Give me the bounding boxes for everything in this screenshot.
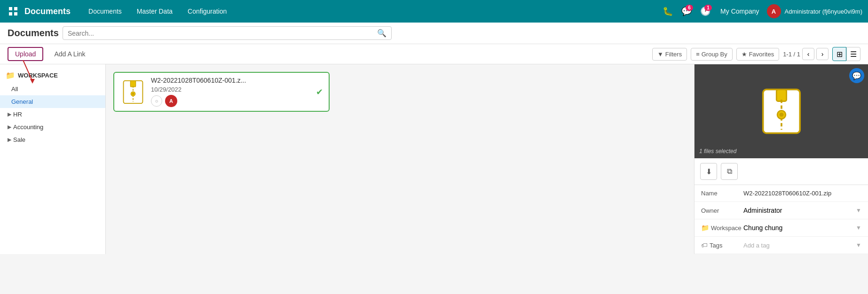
favorites-label: Favorites xyxy=(749,51,774,58)
accounting-label: Accounting xyxy=(13,124,43,131)
file-owner-avatar[interactable]: A xyxy=(165,95,177,107)
svg-rect-0 xyxy=(9,7,12,10)
file-info: W2-20221028T060610Z-001.z... 10/29/2022 … xyxy=(146,77,316,107)
download-button[interactable]: ⬇ xyxy=(700,163,717,180)
toolbar-left: Documents xyxy=(8,28,59,39)
favorites-button[interactable]: ★ Favorites xyxy=(736,48,779,61)
user-avatar[interactable]: A xyxy=(767,4,781,18)
add-link-button[interactable]: Add A Link xyxy=(47,47,92,61)
main-content: W2-20221028T060610Z-001.z... 10/29/2022 … xyxy=(106,64,694,254)
view-toggle: ⊞ ☰ xyxy=(832,47,860,61)
svg-rect-2 xyxy=(9,12,12,15)
sidebar-item-accounting[interactable]: ▶ Accounting xyxy=(0,121,105,133)
menu-master-data[interactable]: Master Data xyxy=(130,5,179,18)
prev-page-button[interactable]: ‹ xyxy=(802,48,814,60)
filter-icon: ▼ xyxy=(657,51,663,58)
preview-area: 💬 1 files selected xyxy=(694,64,868,158)
tags-field-tag-icon: 🏷 xyxy=(701,241,708,249)
field-row-tags: 🏷 Tags Add a tag ▼ xyxy=(694,237,868,254)
chat-badge: 6 xyxy=(686,5,693,11)
sidebar-item-hr[interactable]: ▶ HR xyxy=(0,108,105,121)
hr-label: HR xyxy=(13,111,22,118)
owner-chevron-icon: ▼ xyxy=(856,207,861,214)
right-panel-fields: Name W2-20221028T060610Z-001.zip Owner A… xyxy=(694,185,868,254)
tags-chevron-icon: ▼ xyxy=(856,242,861,248)
menu-documents[interactable]: Documents xyxy=(82,5,128,18)
group-by-button[interactable]: ≡ Group By xyxy=(691,48,733,61)
pagination-text: 1-1 / 1 xyxy=(783,51,800,58)
tags-dropdown[interactable]: Add a tag ▼ xyxy=(743,242,861,249)
group-by-label: Group By xyxy=(702,51,727,58)
right-panel: 💬 1 files selected ⬇ ⧉ Name W2-20221028T… xyxy=(694,64,868,254)
field-row-owner: Owner Administrator ▼ xyxy=(694,202,868,219)
sidebar-item-all[interactable]: All xyxy=(0,83,105,95)
svg-point-15 xyxy=(779,113,783,117)
search-container: 🔍 xyxy=(63,26,392,40)
svg-rect-1 xyxy=(14,7,17,10)
workspace-value: Chung chung xyxy=(743,224,782,232)
file-status: ✔ xyxy=(316,87,323,97)
star-icon: ★ xyxy=(742,51,747,58)
field-row-name: Name W2-20221028T060610Z-001.zip xyxy=(694,185,868,202)
search-input[interactable] xyxy=(68,30,377,37)
check-icon: ✔ xyxy=(316,87,323,97)
topnav-right: 🐛 💬 6 🕐 1 My Company A Administrator (fj… xyxy=(660,4,862,19)
name-field-label: Name xyxy=(701,190,743,197)
svg-point-10 xyxy=(132,93,134,95)
upload-button[interactable]: Upload xyxy=(8,47,43,61)
toolbar-row2: Upload Add A Link ▼ Filters ≡ Group By ★… xyxy=(0,44,868,64)
list-view-button[interactable]: ☰ xyxy=(846,47,860,61)
sidebar-item-sale[interactable]: ▶ Sale xyxy=(0,133,105,146)
bug-icon-btn[interactable]: 🐛 xyxy=(660,4,675,19)
sidebar: 📁 WORKSPACE All General ▶ HR ▶ Accountin… xyxy=(0,64,106,254)
workspace-dropdown[interactable]: Chung chung ▼ xyxy=(743,224,861,232)
menu-configuration[interactable]: Configuration xyxy=(181,5,233,18)
grid-view-button[interactable]: ⊞ xyxy=(832,47,846,61)
selected-count-label: 1 files selected xyxy=(699,148,736,155)
filters-button[interactable]: ▼ Filters xyxy=(652,48,687,61)
search-area: 🔍 xyxy=(63,26,857,40)
workspace-field-folder-icon: 📁 xyxy=(701,224,709,232)
right-panel-actions: ⬇ ⧉ xyxy=(694,158,868,185)
pagination: 1-1 / 1 ‹ › xyxy=(783,48,829,60)
svg-rect-3 xyxy=(14,12,17,15)
field-row-workspace: 📁 Workspace Chung chung ▼ xyxy=(694,219,868,237)
topnav: Documents Documents Master Data Configur… xyxy=(0,0,868,23)
file-icon xyxy=(120,79,146,105)
search-icon[interactable]: 🔍 xyxy=(377,29,387,38)
app-title: Documents xyxy=(24,7,71,16)
workspace-field-label: 📁 Workspace xyxy=(701,224,743,232)
owner-value: Administrator xyxy=(743,207,782,214)
content-area: 📁 WORKSPACE All General ▶ HR ▶ Accountin… xyxy=(0,64,868,254)
file-circle-btn[interactable]: ○ xyxy=(151,95,162,107)
filters-label: Filters xyxy=(665,51,682,58)
file-date: 10/29/2022 xyxy=(151,86,311,93)
chat-preview-btn[interactable]: 💬 xyxy=(849,68,864,83)
clock-icon-btn[interactable]: 🕐 1 xyxy=(698,4,713,19)
owner-dropdown[interactable]: Administrator ▼ xyxy=(743,207,861,214)
share-button[interactable]: ⧉ xyxy=(721,163,738,180)
accounting-chevron-icon: ▶ xyxy=(8,124,11,130)
file-name: W2-20221028T060610Z-001.z... xyxy=(151,77,311,84)
tags-field-label: 🏷 Tags xyxy=(701,241,743,249)
file-card[interactable]: W2-20221028T060610Z-001.z... 10/29/2022 … xyxy=(113,72,330,112)
sale-label: Sale xyxy=(13,136,25,143)
svg-rect-7 xyxy=(130,80,135,86)
page-title: Documents xyxy=(8,28,59,39)
hr-chevron-icon: ▶ xyxy=(8,111,11,117)
owner-field-label: Owner xyxy=(701,207,743,214)
sidebar-workspace-header[interactable]: 📁 WORKSPACE xyxy=(0,68,105,83)
workspace-folder-icon: 📁 xyxy=(6,71,15,80)
toolbar: Documents 🔍 xyxy=(0,23,868,44)
grid-menu-icon[interactable] xyxy=(6,4,21,19)
company-selector[interactable]: My Company xyxy=(717,6,763,17)
clock-badge: 1 xyxy=(704,5,712,11)
sale-chevron-icon: ▶ xyxy=(8,137,11,143)
tags-placeholder: Add a tag xyxy=(743,242,856,249)
sidebar-item-general[interactable]: General xyxy=(0,95,105,108)
group-by-icon: ≡ xyxy=(696,51,700,58)
file-actions: ○ A xyxy=(151,95,311,107)
chat-icon-btn[interactable]: 💬 6 xyxy=(679,4,694,19)
username-label[interactable]: Administrator (fj6nyue0vi9m) xyxy=(785,8,862,15)
next-page-button[interactable]: › xyxy=(816,48,829,60)
